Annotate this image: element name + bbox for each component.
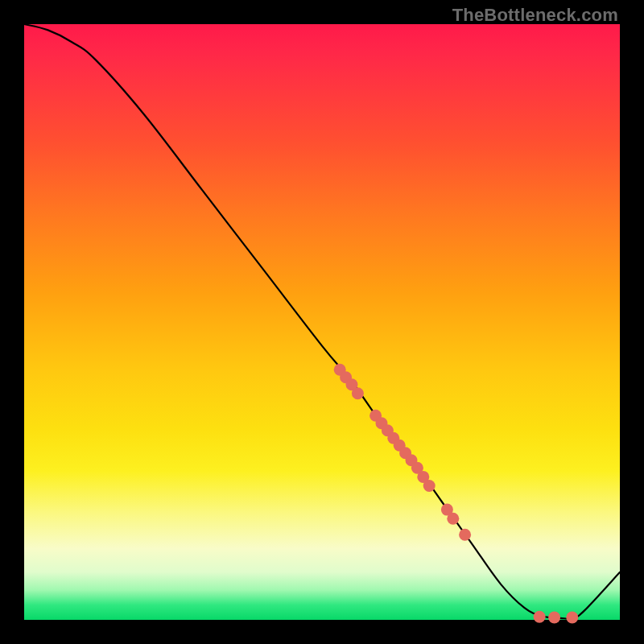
marker-point bbox=[459, 529, 471, 541]
marker-point bbox=[447, 513, 459, 525]
marker-point bbox=[423, 480, 436, 492]
marker-point bbox=[352, 387, 364, 399]
markers-group bbox=[334, 364, 579, 624]
marker-point bbox=[566, 612, 578, 624]
marker-point bbox=[548, 612, 560, 624]
watermark-text: TheBottleneck.com bbox=[452, 5, 618, 26]
chart-svg bbox=[24, 24, 620, 620]
chart-container: TheBottleneck.com bbox=[0, 0, 644, 644]
marker-point bbox=[534, 611, 546, 623]
plot-area bbox=[24, 24, 620, 620]
bottleneck-curve bbox=[24, 24, 620, 619]
